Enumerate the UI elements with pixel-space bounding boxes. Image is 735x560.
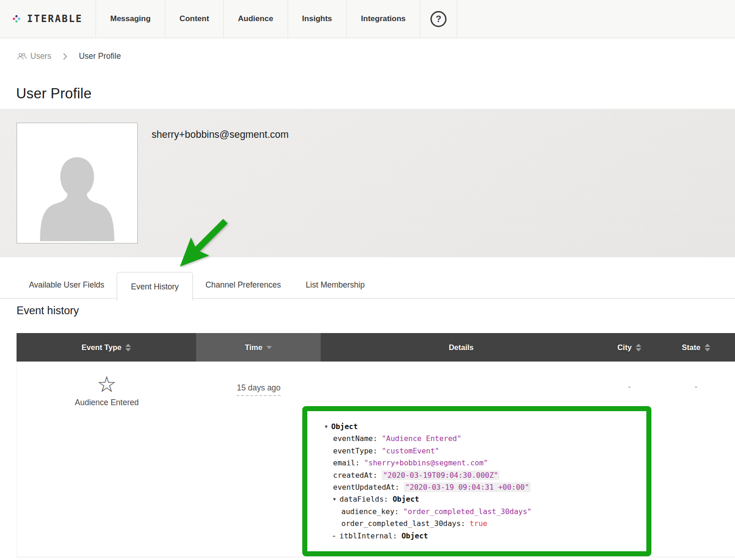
iterable-logo-icon: [13, 7, 20, 31]
breadcrumb: Users User Profile: [17, 51, 121, 61]
sort-icon: [705, 344, 710, 351]
json-value: Object: [331, 422, 358, 431]
json-line-createdAt: createdAt: "2020-03-19T09:04:30.000Z": [325, 469, 643, 481]
nav-item-integrations[interactable]: Integrations: [346, 0, 420, 38]
json-line-order_completed_last_30days: order_completed_last_30days: true: [325, 518, 643, 530]
event-type-label: Audience Entered: [17, 398, 197, 407]
tab-list-membership[interactable]: List Membership: [294, 272, 377, 298]
brand-name: ITERABLE: [27, 13, 83, 24]
twisty-expanded-icon[interactable]: ▼: [325, 421, 328, 433]
sort-icon: [636, 344, 641, 351]
json-key: audience_key:: [341, 507, 403, 516]
json-value: "Audience Entered": [382, 434, 461, 443]
nav-item-audience[interactable]: Audience: [223, 0, 288, 38]
json-value: Object: [393, 495, 419, 503]
twisty-expanded-icon[interactable]: ▼: [333, 493, 336, 505]
json-key: itblInternal:: [339, 532, 401, 540]
breadcrumb-users-label: Users: [30, 51, 51, 61]
annotation-arrow-icon: [164, 207, 238, 276]
json-value: "2020-03-19 09:04:31 +00:00": [404, 482, 531, 492]
column-label: Event Type: [82, 343, 122, 352]
json-value: Object: [401, 532, 428, 540]
breadcrumb-current: User Profile: [79, 51, 121, 61]
json-line-root: ▼Object: [325, 421, 643, 433]
json-line-eventUpdatedAt: eventUpdatedAt: "2020-03-19 09:04:31 +00…: [325, 481, 643, 493]
tab-available-user-fields[interactable]: Available User Fields: [17, 272, 117, 298]
json-key: eventName:: [333, 434, 382, 443]
json-value: "customEvent": [382, 447, 439, 455]
sort-desc-icon: [636, 348, 641, 351]
users-icon: [17, 52, 27, 61]
json-line-itblInternal: ►itblInternal: Object: [325, 530, 643, 542]
sort-asc-icon: [125, 344, 131, 347]
page-title: User Profile: [16, 85, 91, 102]
column-label: State: [682, 343, 700, 352]
json-key: eventType:: [333, 447, 382, 455]
sort-icon: [125, 344, 131, 351]
nav-items: MessagingContentAudienceInsightsIntegrat…: [96, 0, 420, 38]
json-key: createdAt:: [333, 471, 382, 480]
help-button[interactable]: ?: [420, 0, 457, 38]
json-line-audience_key: audience_key: "order_completed_last_30da…: [325, 506, 643, 518]
tab-bar: Available User FieldsEvent HistoryChanne…: [0, 272, 735, 299]
column-header-time[interactable]: Time: [196, 333, 321, 362]
page: ITERABLE MessagingContentAudienceInsight…: [0, 0, 735, 560]
nav-item-messaging[interactable]: Messaging: [96, 0, 165, 38]
json-tree: ▼ObjecteventName: "Audience Entered"even…: [307, 411, 646, 542]
json-line-email: email: "sherry+bobbins@segment.com": [325, 457, 643, 469]
column-header-state[interactable]: State: [657, 333, 735, 362]
sort-desc-icon: [705, 348, 710, 351]
column-label: City: [617, 343, 632, 352]
tab-event-history[interactable]: Event History: [117, 272, 193, 301]
json-line-dataFields: ▼dataFields: Object: [325, 493, 643, 505]
column-header-city[interactable]: City: [602, 333, 657, 362]
column-label: Time: [245, 343, 262, 352]
nav-item-insights[interactable]: Insights: [288, 0, 346, 38]
json-value: "sherry+bobbins@segment.com": [364, 458, 488, 467]
chevron-right-icon: [63, 53, 68, 60]
relative-time[interactable]: 15 days ago: [237, 383, 280, 396]
brand[interactable]: ITERABLE: [0, 0, 96, 38]
json-line-eventType: eventType: "customEvent": [325, 445, 643, 457]
json-key: order_completed_last_30days:: [341, 519, 469, 528]
table-header-row: Event TypeTimeDetailsCityState: [17, 333, 735, 362]
profile-hero: sherry+bobbins@segment.com: [0, 109, 735, 257]
avatar: [17, 123, 138, 243]
sort-desc-icon: [266, 346, 272, 349]
column-label: Details: [449, 343, 474, 352]
json-key: eventUpdatedAt:: [333, 483, 404, 492]
column-header-event-type[interactable]: Event Type: [17, 333, 196, 362]
help-icon: ?: [430, 11, 447, 27]
json-value: "order_completed_last_30days": [403, 507, 531, 516]
star-icon: ☆: [17, 373, 197, 397]
sort-asc-icon: [636, 344, 641, 347]
nav-item-content[interactable]: Content: [165, 0, 223, 38]
section-heading: Event history: [17, 305, 79, 317]
event-type-cell: ☆ Audience Entered: [17, 362, 197, 557]
column-header-details: Details: [321, 333, 602, 362]
json-value: true: [469, 519, 487, 528]
state-cell: -: [657, 362, 735, 557]
json-value: "2020-03-19T09:04:30.000Z": [382, 470, 499, 480]
annotation-green-box: ▼ObjecteventName: "Audience Entered"even…: [302, 406, 651, 556]
tab-channel-preferences[interactable]: Channel Preferences: [193, 272, 293, 298]
json-key: dataFields:: [339, 495, 393, 503]
breadcrumb-users-link[interactable]: Users: [17, 51, 51, 61]
twisty-collapsed-icon[interactable]: ►: [333, 530, 336, 542]
sort-asc-icon: [705, 344, 710, 347]
sort-desc-icon: [125, 348, 131, 351]
user-email: sherry+bobbins@segment.com: [152, 129, 288, 141]
top-nav: ITERABLE MessagingContentAudienceInsight…: [0, 0, 735, 38]
json-line-eventName: eventName: "Audience Entered": [325, 433, 643, 445]
json-key: email:: [333, 458, 364, 467]
person-silhouette-icon: [29, 143, 125, 243]
